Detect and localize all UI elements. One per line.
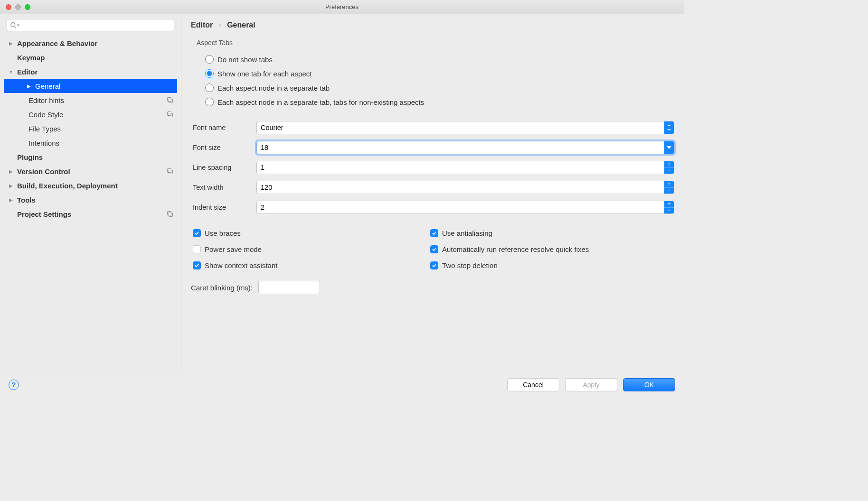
sidebar-item-file-types[interactable]: File Types bbox=[4, 121, 177, 136]
radio-each-node-tab-nonexisting[interactable]: Each aspect node in a separate tab, tabs… bbox=[205, 95, 674, 109]
radio-input[interactable] bbox=[205, 98, 214, 106]
project-scope-icon bbox=[167, 168, 173, 175]
line-spacing-label: Line spacing bbox=[191, 164, 256, 171]
checkbox-icon[interactable] bbox=[193, 229, 201, 237]
breadcrumb-root[interactable]: Editor bbox=[191, 21, 213, 29]
search-input-wrapper[interactable]: ▾ bbox=[7, 19, 174, 31]
svg-rect-5 bbox=[169, 113, 173, 117]
font-name-combo[interactable] bbox=[256, 121, 674, 134]
text-width-spinner[interactable]: +− bbox=[256, 181, 674, 194]
sidebar-item-version-control[interactable]: ▶Version Control bbox=[4, 164, 177, 178]
svg-rect-4 bbox=[168, 112, 171, 116]
sidebar-item-project-settings[interactable]: Project Settings bbox=[4, 207, 177, 221]
project-scope-icon bbox=[167, 111, 173, 118]
checkbox-use-braces[interactable]: Use braces bbox=[193, 226, 430, 240]
svg-rect-9 bbox=[169, 213, 173, 217]
line-spacing-spinner[interactable]: +− bbox=[256, 161, 674, 174]
checkbox-icon[interactable] bbox=[193, 261, 201, 269]
sidebar-item-code-style[interactable]: Code Style bbox=[4, 107, 177, 121]
checkbox-show-context-assistant[interactable]: Show context assistant bbox=[193, 258, 430, 272]
radio-show-one-tab[interactable]: Show one tab for each aspect bbox=[205, 66, 674, 81]
combo-dropdown-button[interactable] bbox=[664, 141, 674, 154]
step-down-icon[interactable]: − bbox=[664, 208, 674, 214]
text-width-label: Text width bbox=[191, 184, 256, 191]
breadcrumb-current: General bbox=[227, 21, 255, 29]
svg-rect-3 bbox=[169, 99, 173, 103]
radio-do-not-show-tabs[interactable]: Do not show tabs bbox=[205, 52, 674, 66]
svg-point-0 bbox=[11, 23, 15, 27]
help-button[interactable]: ? bbox=[9, 380, 19, 390]
font-name-input[interactable] bbox=[257, 121, 664, 134]
expand-icon: ▶ bbox=[8, 183, 14, 188]
sidebar-item-tools[interactable]: ▶Tools bbox=[4, 193, 177, 207]
checkbox-icon[interactable] bbox=[430, 245, 438, 253]
checkbox-icon[interactable] bbox=[430, 229, 438, 237]
spinner-buttons[interactable]: +− bbox=[664, 181, 674, 194]
breadcrumb: Editor › General bbox=[191, 21, 674, 29]
apply-button[interactable]: Apply bbox=[565, 378, 617, 391]
ok-button[interactable]: OK bbox=[623, 378, 675, 391]
text-width-input[interactable] bbox=[257, 181, 664, 194]
step-down-icon[interactable]: − bbox=[664, 168, 674, 174]
search-dropdown-icon: ▾ bbox=[17, 23, 19, 28]
sidebar-item-build-exec-deploy[interactable]: ▶Build, Execution, Deployment bbox=[4, 178, 177, 193]
checkbox-auto-reference-resolve[interactable]: Automatically run reference resolve quic… bbox=[430, 242, 674, 256]
expand-icon: ▶ bbox=[26, 84, 32, 89]
caret-blinking-spinner[interactable]: +− bbox=[258, 281, 320, 294]
checkbox-two-step-deletion[interactable]: Two step deletion bbox=[430, 258, 674, 272]
sidebar-item-general[interactable]: ▶General bbox=[4, 79, 177, 93]
sidebar-item-editor-hints[interactable]: Editor hints bbox=[4, 93, 177, 107]
search-input[interactable] bbox=[21, 22, 171, 29]
sidebar-item-intentions[interactable]: Intentions bbox=[4, 136, 177, 150]
svg-marker-11 bbox=[667, 129, 671, 130]
font-size-label: Font size bbox=[191, 144, 256, 151]
expand-icon: ▶ bbox=[8, 41, 14, 46]
checkbox-icon[interactable] bbox=[430, 261, 438, 269]
checkbox-icon[interactable] bbox=[193, 245, 201, 253]
indent-size-spinner[interactable]: +− bbox=[256, 201, 674, 214]
section-title-aspect-tabs: Aspect Tabs bbox=[197, 39, 233, 46]
indent-size-input[interactable] bbox=[257, 201, 664, 213]
checkbox-power-save-mode[interactable]: Power save mode bbox=[193, 242, 430, 256]
aspect-tabs-section: Aspect Tabs bbox=[197, 39, 674, 46]
project-scope-icon bbox=[167, 211, 173, 217]
svg-rect-6 bbox=[168, 169, 171, 173]
svg-rect-2 bbox=[168, 98, 171, 102]
svg-marker-12 bbox=[667, 146, 671, 149]
spinner-buttons[interactable]: +− bbox=[664, 161, 674, 174]
caret-blinking-label: Caret blinking (ms): bbox=[191, 284, 253, 292]
cancel-button[interactable]: Cancel bbox=[507, 378, 559, 391]
combo-dropdown-button[interactable] bbox=[664, 121, 674, 134]
caret-blinking-input[interactable] bbox=[259, 281, 320, 294]
chevron-right-icon: › bbox=[215, 21, 225, 29]
step-up-icon[interactable]: + bbox=[664, 161, 674, 168]
spinner-buttons[interactable]: +− bbox=[664, 201, 674, 213]
step-down-icon[interactable]: − bbox=[664, 188, 674, 194]
sidebar-item-appearance[interactable]: ▶Appearance & Behavior bbox=[4, 36, 177, 50]
line-spacing-input[interactable] bbox=[257, 161, 664, 174]
preferences-content: Editor › General Aspect Tabs Do not show… bbox=[181, 14, 684, 374]
radio-input[interactable] bbox=[205, 55, 214, 64]
checkbox-use-antialiasing[interactable]: Use antialiasing bbox=[430, 226, 674, 240]
radio-input[interactable] bbox=[205, 69, 214, 78]
svg-rect-8 bbox=[168, 212, 171, 215]
radio-input[interactable] bbox=[205, 84, 214, 92]
indent-size-label: Indent size bbox=[191, 204, 256, 211]
font-size-combo[interactable] bbox=[256, 141, 674, 154]
preferences-sidebar: ▾ ▶Appearance & Behavior Keymap ▼Editor … bbox=[0, 14, 181, 374]
radio-each-node-tab[interactable]: Each aspect node in a separate tab bbox=[205, 81, 674, 95]
window-title: Preferences bbox=[0, 3, 684, 10]
sidebar-item-plugins[interactable]: Plugins bbox=[4, 150, 177, 164]
dialog-footer: ? Cancel Apply OK bbox=[0, 374, 684, 395]
search-icon bbox=[10, 22, 17, 28]
font-size-input[interactable] bbox=[257, 141, 664, 154]
svg-marker-10 bbox=[667, 125, 671, 126]
step-up-icon[interactable]: + bbox=[664, 181, 674, 188]
sidebar-item-keymap[interactable]: Keymap bbox=[4, 50, 177, 65]
sidebar-item-editor[interactable]: ▼Editor bbox=[4, 65, 177, 79]
step-up-icon[interactable]: + bbox=[664, 201, 674, 208]
collapse-icon: ▼ bbox=[8, 69, 14, 74]
font-name-label: Font name bbox=[191, 124, 256, 131]
svg-rect-7 bbox=[169, 170, 173, 174]
expand-icon: ▶ bbox=[8, 169, 14, 174]
